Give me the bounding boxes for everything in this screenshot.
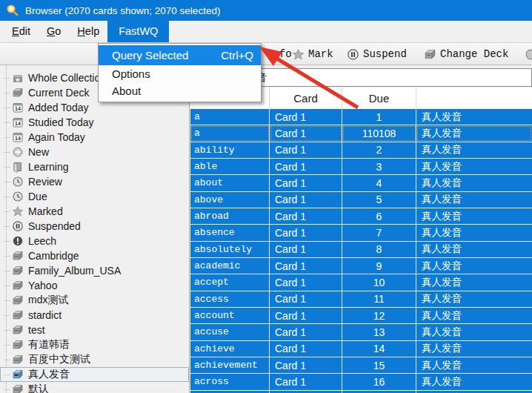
sidebar-item-label: Yahoo (28, 280, 57, 291)
cell-deck: 真人发音 (416, 192, 532, 208)
sidebar-item-label: Marked (28, 205, 63, 217)
cell-card: Card 1 (270, 175, 342, 191)
cell-sort-field: achievement (190, 357, 270, 373)
table-row[interactable]: accessCard 111真人发音 (190, 291, 532, 308)
collection-icon (12, 72, 24, 84)
deck-icon (424, 48, 436, 61)
cell-deck: 真人发音 (416, 208, 532, 224)
table-row[interactable]: aCard 11真人发音 (190, 109, 532, 125)
column-header-deck[interactable] (416, 87, 532, 109)
sidebar-item-stardict[interactable]: stardict (0, 308, 189, 323)
sidebar-item-label: test (28, 324, 45, 336)
sidebar-item-learning[interactable]: Learning (0, 159, 189, 174)
menu-go[interactable]: Go (39, 21, 69, 42)
table-row[interactable]: aCard 1110108真人发音 (190, 125, 532, 142)
sidebar-item-deck-21[interactable]: 默认 (0, 382, 189, 393)
sidebar-item-label: Suspended (28, 220, 81, 232)
table-row[interactable]: abroadCard 16真人发音 (190, 208, 532, 225)
sidebar-item-leech[interactable]: Leech (0, 234, 189, 248)
sidebar-item-review[interactable]: Review (0, 174, 189, 189)
cell-due: 4 (342, 175, 416, 191)
sidebar-item-label: 百度中文测试 (28, 353, 90, 366)
deck-icon (12, 280, 24, 291)
sidebar-item-yahoo[interactable]: Yahoo (0, 278, 189, 293)
plus-circle-icon (12, 146, 24, 158)
tree-stub (4, 315, 10, 316)
cell-sort-field: about (190, 175, 270, 191)
table-row[interactable]: accountCard 112真人发音 (190, 308, 532, 324)
cell-sort-field: across (190, 374, 270, 389)
deck-icon (12, 354, 24, 366)
cell-sort-field: account (190, 308, 270, 323)
sidebar-item-label: Review (28, 176, 62, 188)
sidebar-item-deck-19[interactable]: 百度中文测试 (0, 352, 189, 367)
deck-blue-icon (12, 369, 24, 380)
menuitem-about[interactable]: About (99, 82, 261, 99)
table-row[interactable]: absolutelyCard 18真人发音 (190, 242, 532, 258)
cell-sort-field: academic (190, 258, 270, 274)
toolbar-mark[interactable]: Mark (292, 43, 333, 65)
sidebar-item-studied-today[interactable]: 14Studied Today (0, 115, 189, 130)
deck-icon (12, 309, 24, 321)
cell-card: Card 1 (270, 357, 342, 373)
cell-due: 8 (342, 242, 416, 257)
sidebar-item-again-today[interactable]: 14Again Today (0, 130, 189, 145)
table-row[interactable]: aboveCard 15真人发音 (190, 192, 532, 208)
table-row[interactable]: aboutCard 14真人发音 (190, 175, 532, 191)
sidebar-item-test[interactable]: test (0, 323, 189, 337)
table-row[interactable]: accuseCard 113真人发音 (190, 324, 532, 340)
cell-due: 13 (342, 324, 416, 340)
toolbar-tag-icon[interactable] (525, 43, 532, 65)
sidebar-item-family-album-usa[interactable]: Family_Album_USA (0, 263, 189, 278)
cell-deck: 真人发音 (416, 308, 532, 323)
tree-stub (4, 167, 10, 168)
cell-deck: 真人发音 (416, 274, 532, 290)
sidebar-item-deck-18[interactable]: 有道韩语 (0, 337, 189, 352)
cell-sort-field: absolutely (190, 242, 270, 257)
table-row[interactable]: achievementCard 115真人发音 (190, 357, 532, 374)
book-icon (12, 161, 24, 173)
cell-due: 6 (342, 208, 416, 224)
table-row[interactable]: abilityCard 12真人发音 (190, 142, 532, 159)
table-row[interactable]: actCard 117真人发音 (190, 391, 532, 393)
sidebar-item-label: Due (28, 191, 47, 202)
sidebar-item-added-today[interactable]: 14Added Today (0, 100, 189, 115)
menu-help[interactable]: Help (69, 21, 107, 42)
sidebar-item-deck-20[interactable]: 真人发音 (0, 367, 189, 382)
cell-due: 7 (342, 225, 416, 240)
menuitem-query-selected[interactable]: Query SelectedCtrl+Q (99, 45, 261, 65)
cell-deck: 真人发音 (416, 391, 532, 393)
toolbar-suspend[interactable]: Suspend (347, 43, 407, 65)
cell-due: 15 (342, 357, 416, 373)
cell-deck: 真人发音 (416, 175, 532, 191)
table-row[interactable]: academicCard 19真人发音 (190, 258, 532, 274)
cell-sort-field: achieve (190, 341, 270, 357)
cell-deck: 真人发音 (416, 258, 532, 274)
sidebar-item-mdx[interactable]: mdx测试 (0, 293, 189, 308)
menu-edit[interactable]: Edit (4, 21, 39, 42)
column-header-due[interactable]: Due (342, 87, 416, 109)
table-row[interactable]: acrossCard 116真人发音 (190, 374, 532, 390)
sidebar-item-cambridge[interactable]: Cambridge (0, 248, 189, 263)
table-row[interactable]: absenceCard 17真人发音 (190, 225, 532, 241)
menuitem-label: About (112, 85, 141, 97)
tree-stub (4, 182, 10, 182)
svg-text:14: 14 (15, 136, 21, 141)
magnifier-icon (6, 4, 19, 17)
calendar-icon: 14 (12, 116, 24, 128)
tree-stub (4, 300, 10, 301)
table-row[interactable]: ableCard 13真人发音 (190, 159, 532, 175)
sidebar-item-marked[interactable]: Marked (0, 204, 189, 219)
sidebar-item-suspended[interactable]: Suspended (0, 219, 189, 234)
menuitem-options[interactable]: Options (99, 65, 261, 82)
menu-fastwq[interactable]: FastWQ (107, 21, 169, 42)
cell-sort-field: access (190, 291, 270, 307)
column-header-card[interactable]: Card (270, 87, 342, 109)
sidebar-item-new[interactable]: New (0, 145, 189, 159)
table-row[interactable]: achieveCard 114真人发音 (190, 341, 532, 357)
toolbar-change-deck[interactable]: Change Deck (424, 43, 508, 65)
table-row[interactable]: acceptCard 110真人发音 (190, 274, 532, 291)
sidebar-item-due[interactable]: Due (0, 189, 189, 204)
cell-deck: 真人发音 (416, 109, 532, 125)
menu-bar: EditGoHelpFastWQ (0, 21, 532, 43)
